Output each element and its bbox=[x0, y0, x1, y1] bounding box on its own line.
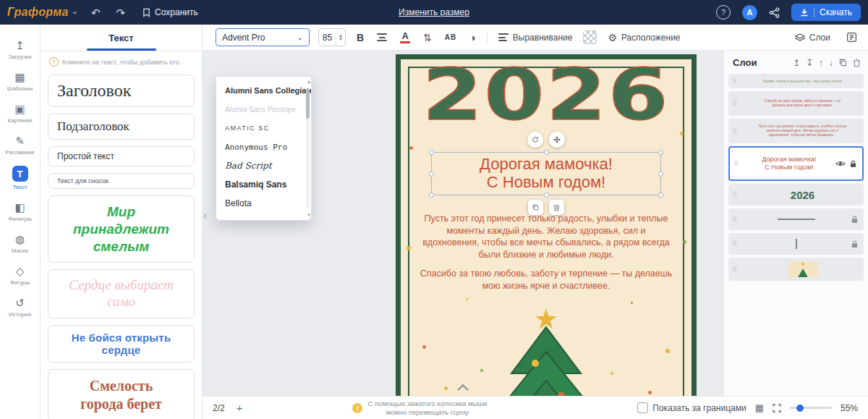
font-option[interactable]: Amatic SC bbox=[216, 119, 311, 137]
position-button[interactable]: ⚙ Расположение bbox=[605, 31, 682, 44]
pages-panel-button[interactable] bbox=[844, 30, 859, 44]
selection-handle[interactable] bbox=[658, 150, 663, 155]
text-color-button[interactable]: A bbox=[398, 30, 412, 45]
text-preset-style-1[interactable]: Мир принадлежит смелым bbox=[48, 195, 195, 263]
layer-row-hline[interactable]: ⠿ bbox=[728, 208, 864, 230]
paragraph-2[interactable]: Спасибо за твою любовь, заботу и терпени… bbox=[420, 268, 673, 292]
avatar[interactable]: A bbox=[742, 5, 757, 20]
alignment-button[interactable]: Выравнивание bbox=[496, 31, 575, 44]
paragraph-1[interactable]: Пусть этот год принесет только радость, … bbox=[420, 213, 673, 261]
redo-button[interactable]: ↷ bbox=[114, 6, 129, 20]
font-option[interactable]: Anonymous Pro bbox=[216, 137, 311, 156]
move-button[interactable] bbox=[549, 132, 565, 148]
layer-row-vline[interactable]: ⠿ bbox=[728, 233, 864, 255]
drag-handle-icon[interactable]: ⠿ bbox=[728, 240, 741, 247]
selection-handle[interactable] bbox=[544, 192, 549, 198]
layer-row-year[interactable]: ⠿ 2026 bbox=[728, 184, 864, 206]
bold-button[interactable]: B bbox=[354, 30, 366, 45]
eye-icon[interactable] bbox=[835, 160, 846, 167]
selection-handle[interactable] bbox=[658, 172, 663, 177]
zoom-slider[interactable] bbox=[790, 407, 832, 409]
move-down-button[interactable]: ↓ bbox=[829, 59, 833, 67]
save-button[interactable]: Сохранить bbox=[138, 7, 203, 18]
duplicate-layer-button[interactable] bbox=[839, 59, 847, 67]
scrollbar-thumb[interactable] bbox=[306, 88, 310, 119]
delete-button[interactable] bbox=[549, 200, 564, 215]
lock-icon[interactable] bbox=[851, 216, 858, 224]
text-preset-style-2[interactable]: Сердце выбирает само bbox=[48, 269, 195, 318]
font-option[interactable]: Balsamiq Sans bbox=[216, 175, 311, 194]
grid-toggle-button[interactable]: ▦ bbox=[755, 403, 764, 412]
duplicate-button[interactable] bbox=[528, 200, 543, 215]
text-preset-style-3[interactable]: Не бойся открыть сердце bbox=[48, 325, 195, 363]
sidebar-item-history[interactable]: ↺ История bbox=[0, 291, 40, 323]
lock-icon[interactable] bbox=[851, 240, 858, 248]
resize-link[interactable]: Изменить размер bbox=[399, 7, 469, 17]
dropdown-scrollbar[interactable] bbox=[306, 88, 310, 208]
sidebar-item-uploads[interactable]: ↥ Загрузки bbox=[0, 33, 40, 65]
selection-handle[interactable] bbox=[429, 192, 434, 198]
show-outside-checkbox[interactable] bbox=[637, 402, 648, 413]
text-preset-plain[interactable]: Простой текст bbox=[48, 146, 195, 166]
text-preset-footnote[interactable]: Текст для сносок bbox=[48, 173, 195, 189]
drag-handle-icon[interactable]: ⠿ bbox=[730, 160, 743, 167]
panel-collapse-chevron[interactable]: ‹ bbox=[203, 209, 207, 222]
sidebar-item-masks[interactable]: ◍ Маски bbox=[0, 227, 40, 259]
download-button[interactable]: Скачать bbox=[791, 4, 861, 21]
letter-spacing-button[interactable]: AB bbox=[443, 32, 459, 43]
drag-handle-icon[interactable]: ⠿ bbox=[728, 100, 741, 107]
text-preset-style-4[interactable]: Смелость города берет bbox=[48, 369, 195, 419]
zoom-slider-thumb[interactable] bbox=[796, 405, 804, 412]
rotate-button[interactable] bbox=[527, 132, 543, 148]
app-logo[interactable]: Граформа ⌄ bbox=[7, 6, 78, 19]
tab-text[interactable]: Текст bbox=[109, 26, 133, 50]
font-option[interactable]: Bellota bbox=[216, 194, 311, 213]
undo-button[interactable]: ↶ bbox=[88, 6, 103, 20]
move-to-back-button[interactable]: ↧ bbox=[806, 59, 813, 67]
layer-row-greeting-selected[interactable]: ⠿ Дорогая мамочка! С Новым годом! bbox=[728, 146, 864, 181]
sidebar-item-images[interactable]: ▣ Картинки bbox=[0, 97, 40, 129]
sidebar-item-filters[interactable]: ◧ Фильтры bbox=[0, 195, 40, 227]
font-family-select[interactable]: Advent Pro ⌄ bbox=[216, 28, 310, 46]
layer-row-wish-text[interactable]: ⠿ Пусть этот год принесет только радость… bbox=[728, 119, 864, 143]
share-button[interactable] bbox=[769, 7, 780, 18]
add-page-button[interactable]: + bbox=[235, 402, 244, 414]
move-to-front-button[interactable]: ↥ bbox=[793, 59, 800, 67]
drag-handle-icon[interactable]: ⠿ bbox=[728, 127, 741, 135]
year-text[interactable]: 2026 bbox=[369, 59, 723, 132]
drag-handle-icon[interactable]: ⠿ bbox=[728, 191, 741, 198]
drag-handle-icon[interactable]: ⠿ bbox=[728, 266, 741, 273]
christmas-tree-image[interactable]: ★ bbox=[463, 302, 629, 396]
sidebar-item-shapes[interactable]: ◇ Фигуры bbox=[0, 259, 40, 291]
selection-handle[interactable] bbox=[429, 150, 434, 155]
font-option[interactable]: Alumni Sans Collegiate One bbox=[216, 81, 311, 100]
text-align-button[interactable] bbox=[375, 32, 389, 43]
help-button[interactable]: ? bbox=[716, 5, 731, 20]
move-up-button[interactable]: ↑ bbox=[819, 59, 823, 67]
layer-row-tree-image[interactable]: ⠿ bbox=[728, 258, 864, 281]
layer-row-thanks-text[interactable]: ⠿ Спасибо за твою любовь, заботу и терпе… bbox=[728, 91, 864, 116]
text-transparency-button[interactable]: ◑ bbox=[467, 31, 477, 44]
stepper-arrows[interactable]: ▴ ▾ bbox=[336, 29, 345, 46]
fullscreen-button[interactable] bbox=[773, 404, 781, 412]
scroll-down-icon[interactable]: ▾ bbox=[307, 212, 310, 218]
layer-row-signature[interactable]: ⠿ Любви, тепла и волшебства, твоя дочка … bbox=[728, 74, 864, 88]
transparency-checker-button[interactable] bbox=[583, 30, 597, 44]
sidebar-item-text[interactable]: T Текст bbox=[0, 161, 40, 195]
text-preset-heading[interactable]: Заголовок bbox=[48, 75, 195, 107]
line-height-button[interactable]: ⇅ bbox=[421, 31, 434, 44]
show-outside-toggle[interactable]: Показать за границами bbox=[637, 402, 746, 413]
lock-icon[interactable] bbox=[850, 160, 856, 168]
text-preset-subheading[interactable]: Подзаголовок bbox=[48, 114, 195, 140]
selection-handle[interactable] bbox=[429, 172, 434, 177]
delete-layer-button[interactable] bbox=[853, 59, 861, 67]
font-size-stepper[interactable]: 85 ▴ ▾ bbox=[318, 28, 346, 46]
greeting-text[interactable]: Дорогая мамочка! С Новым годом! bbox=[432, 153, 660, 195]
font-option[interactable]: Alumni Sans Pinstripe bbox=[216, 100, 311, 119]
selection-box[interactable]: Дорогая мамочка! С Новым годом! bbox=[431, 152, 661, 195]
scroll-up-icon[interactable]: ▴ bbox=[307, 79, 310, 85]
page-indicator[interactable]: 2/2 bbox=[213, 403, 225, 413]
layers-toggle-button[interactable]: Слои bbox=[793, 31, 833, 44]
design-card[interactable]: 2026 bbox=[396, 54, 697, 396]
selection-handle[interactable] bbox=[658, 192, 663, 198]
